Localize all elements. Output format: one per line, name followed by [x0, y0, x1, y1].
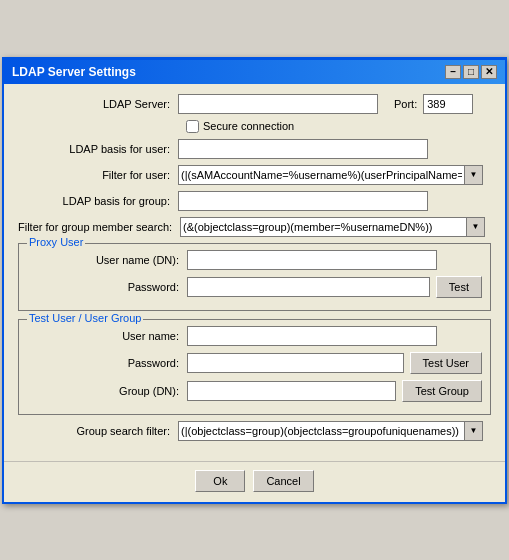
proxy-password-input[interactable] [187, 277, 430, 297]
cancel-button[interactable]: Cancel [253, 470, 313, 492]
secure-connection-row: Secure connection [186, 120, 491, 133]
ldap-server-row: LDAP Server: Port: [18, 94, 491, 114]
filter-group-dropdown-arrow[interactable] [466, 218, 484, 236]
server-port-group: Port: [178, 94, 473, 114]
proxy-section-title: Proxy User [27, 236, 85, 248]
port-label: Port: [394, 98, 417, 110]
ldap-server-label: LDAP Server: [18, 98, 178, 110]
filter-user-input[interactable] [179, 166, 464, 184]
test-password-row: Password: Test User [27, 352, 482, 374]
ldap-server-input[interactable] [178, 94, 378, 114]
ldap-basis-group-row: LDAP basis for group: [18, 191, 491, 211]
minimize-button[interactable]: – [445, 65, 461, 79]
filter-user-dropdown-arrow[interactable] [464, 166, 482, 184]
ldap-basis-group-label: LDAP basis for group: [18, 195, 178, 207]
dialog-title: LDAP Server Settings [12, 65, 136, 79]
test-proxy-button[interactable]: Test [436, 276, 482, 298]
port-input[interactable] [423, 94, 473, 114]
test-username-row: User name: [27, 326, 482, 346]
test-username-label: User name: [27, 330, 187, 342]
filter-group-label: Filter for group member search: [18, 221, 180, 233]
ok-button[interactable]: Ok [195, 470, 245, 492]
proxy-username-input[interactable] [187, 250, 437, 270]
filter-group-row: Filter for group member search: [18, 217, 491, 237]
ldap-basis-group-input[interactable] [178, 191, 428, 211]
test-username-input[interactable] [187, 326, 437, 346]
dialog-content: LDAP Server: Port: Secure connection LDA… [4, 84, 505, 457]
ldap-basis-user-input[interactable] [178, 139, 428, 159]
proxy-username-label: User name (DN): [27, 254, 187, 266]
test-password-input[interactable] [187, 353, 404, 373]
filter-user-row: Filter for user: [18, 165, 491, 185]
filter-user-combo[interactable] [178, 165, 483, 185]
group-search-input[interactable] [179, 422, 464, 440]
group-search-combo[interactable] [178, 421, 483, 441]
test-password-label: Password: [27, 357, 187, 369]
ldap-basis-user-row: LDAP basis for user: [18, 139, 491, 159]
secure-connection-checkbox[interactable] [186, 120, 199, 133]
group-search-row: Group search filter: [18, 421, 491, 441]
filter-user-label: Filter for user: [18, 169, 178, 181]
proxy-username-row: User name (DN): [27, 250, 482, 270]
test-group-button[interactable]: Test Group [402, 380, 482, 402]
proxy-password-row: Password: Test [27, 276, 482, 298]
group-search-dropdown-arrow[interactable] [464, 422, 482, 440]
group-search-label: Group search filter: [18, 425, 178, 437]
test-user-button[interactable]: Test User [410, 352, 482, 374]
secure-connection-label: Secure connection [203, 120, 294, 132]
test-group-row: Group (DN): Test Group [27, 380, 482, 402]
filter-group-input[interactable] [181, 218, 466, 236]
ldap-dialog: LDAP Server Settings – □ ✕ LDAP Server: … [2, 57, 507, 504]
filter-group-combo[interactable] [180, 217, 485, 237]
proxy-password-label: Password: [27, 281, 187, 293]
title-bar-buttons: – □ ✕ [445, 65, 497, 79]
test-group-input[interactable] [187, 381, 396, 401]
test-group-label: Group (DN): [27, 385, 187, 397]
proxy-user-section: Proxy User User name (DN): Password: Tes… [18, 243, 491, 311]
close-button[interactable]: ✕ [481, 65, 497, 79]
test-user-section: Test User / User Group User name: Passwo… [18, 319, 491, 415]
footer-buttons: Ok Cancel [4, 461, 505, 502]
test-section-title: Test User / User Group [27, 312, 143, 324]
ldap-basis-user-label: LDAP basis for user: [18, 143, 178, 155]
title-bar: LDAP Server Settings – □ ✕ [4, 60, 505, 84]
maximize-button[interactable]: □ [463, 65, 479, 79]
